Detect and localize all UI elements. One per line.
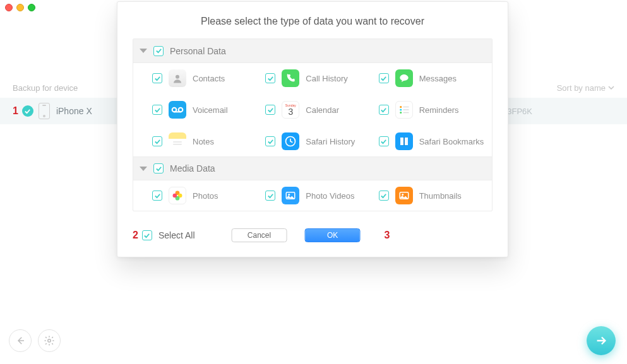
section-media-checkbox[interactable]: [153, 163, 164, 173]
item-messages[interactable]: Messages: [379, 69, 492, 87]
checkbox-photo-videos[interactable]: [265, 191, 275, 201]
checkbox-contacts[interactable]: [152, 73, 162, 83]
select-all-checkbox[interactable]: [142, 230, 152, 240]
section-media-header[interactable]: Media Data: [133, 156, 492, 180]
checkbox-safari-history[interactable]: [265, 136, 275, 146]
section-media-label: Media Data: [170, 163, 215, 173]
reminders-icon: [395, 101, 413, 119]
annotation-1: 1: [13, 105, 18, 117]
window-controls: [5, 4, 35, 11]
chevron-down-icon: [608, 85, 614, 91]
select-data-modal: Please select the type of data you want …: [117, 1, 508, 257]
item-safari-history[interactable]: Safari History: [265, 132, 378, 150]
modal-title: Please select the type of data you want …: [117, 2, 508, 38]
checkbox-thumbnails[interactable]: [379, 191, 389, 201]
item-label: Photo Videos: [306, 191, 354, 201]
arrow-left-icon: [15, 335, 26, 346]
device-selected-icon: [22, 105, 33, 117]
section-personal-label: Personal Data: [170, 46, 226, 56]
voicemail-icon: [169, 101, 186, 119]
item-label: Calendar: [306, 105, 339, 115]
phone-call-icon: [282, 69, 299, 87]
svg-point-7: [400, 112, 402, 114]
safari-history-icon: [282, 132, 299, 150]
item-label: Safari Bookmarks: [419, 137, 484, 146]
notes-icon: [169, 132, 186, 150]
close-window-button[interactable]: [5, 4, 13, 11]
sort-by-label: Sort by name: [557, 83, 606, 93]
arrow-right-icon: [594, 334, 608, 348]
annotation-3: 3: [385, 230, 390, 241]
checkbox-notes[interactable]: [152, 136, 162, 146]
ok-button[interactable]: OK: [305, 228, 361, 242]
personal-items-grid: Contacts Call History Messages: [133, 63, 492, 156]
item-label: Voicemail: [193, 105, 228, 115]
item-safari-bookmarks[interactable]: Safari Bookmarks: [379, 132, 492, 150]
photo-videos-icon: [282, 187, 299, 204]
item-photos[interactable]: Photos: [152, 187, 265, 204]
settings-button[interactable]: [38, 329, 61, 352]
select-all-row[interactable]: Select All: [142, 230, 195, 240]
modal-buttons: Cancel OK 3: [232, 228, 394, 242]
checkbox-reminders[interactable]: [379, 105, 389, 115]
minimize-window-button[interactable]: [16, 4, 24, 11]
checkbox-photos[interactable]: [152, 191, 162, 201]
chevron-down-icon: [140, 167, 147, 171]
thumbnails-icon: [395, 187, 413, 204]
item-photo-videos[interactable]: Photo Videos: [265, 187, 378, 204]
modal-footer: 2 Select All Cancel OK 3: [133, 223, 493, 248]
select-all-label: Select All: [158, 230, 195, 240]
section-personal-checkbox[interactable]: [153, 46, 164, 56]
cancel-button[interactable]: Cancel: [232, 228, 287, 242]
zoom-window-button[interactable]: [28, 4, 35, 11]
item-reminders[interactable]: Reminders: [379, 101, 492, 119]
svg-rect-14: [403, 137, 405, 146]
checkbox-voicemail[interactable]: [152, 105, 162, 115]
annotation-2: 2: [133, 230, 138, 241]
photos-icon: [169, 187, 186, 204]
item-contacts[interactable]: Contacts: [152, 69, 265, 87]
bottom-toolbar: [0, 325, 627, 356]
svg-rect-10: [403, 112, 409, 114]
safari-bookmarks-icon: [395, 132, 413, 150]
contacts-icon: [169, 69, 186, 87]
item-calendar[interactable]: Sunday 3 Calendar: [265, 101, 378, 119]
item-label: Thumbnails: [419, 191, 462, 201]
item-label: Call History: [306, 74, 347, 83]
item-label: Photos: [193, 191, 218, 201]
item-call-history[interactable]: Call History: [265, 69, 378, 87]
backup-label: Backup for device: [13, 83, 78, 93]
checkbox-safari-bookmarks[interactable]: [379, 136, 389, 146]
svg-point-6: [400, 109, 402, 111]
calendar-icon: Sunday 3: [282, 101, 299, 119]
item-label: Reminders: [419, 105, 459, 115]
sort-by-dropdown[interactable]: Sort by name: [557, 83, 614, 93]
svg-rect-9: [403, 109, 409, 110]
phone-icon: [39, 103, 50, 119]
calendar-daynum: 3: [288, 107, 293, 116]
item-label: Safari History: [306, 137, 355, 146]
chevron-down-icon: [140, 49, 147, 53]
section-personal-header[interactable]: Personal Data: [133, 39, 492, 63]
svg-point-18: [173, 194, 177, 198]
item-label: Messages: [419, 74, 457, 83]
back-button[interactable]: [9, 329, 32, 352]
gear-icon: [44, 335, 55, 346]
item-notes[interactable]: Notes: [152, 132, 265, 150]
item-voicemail[interactable]: Voicemail: [152, 101, 265, 119]
svg-point-0: [48, 339, 51, 343]
next-button[interactable]: [587, 326, 616, 355]
data-type-panel: Personal Data Contacts Call History: [133, 38, 493, 211]
checkbox-messages[interactable]: [379, 73, 389, 83]
checkbox-call-history[interactable]: [265, 73, 275, 83]
svg-rect-8: [403, 107, 409, 108]
svg-point-20: [289, 194, 290, 196]
svg-point-5: [400, 106, 402, 108]
checkbox-calendar[interactable]: [265, 105, 275, 115]
item-label: Notes: [193, 137, 214, 146]
svg-point-1: [176, 75, 179, 79]
item-thumbnails[interactable]: Thumbnails: [379, 187, 492, 204]
svg-point-22: [402, 194, 403, 196]
media-items-grid: Photos Photo Videos Thumbnails: [133, 180, 492, 211]
messages-icon: [395, 69, 413, 87]
